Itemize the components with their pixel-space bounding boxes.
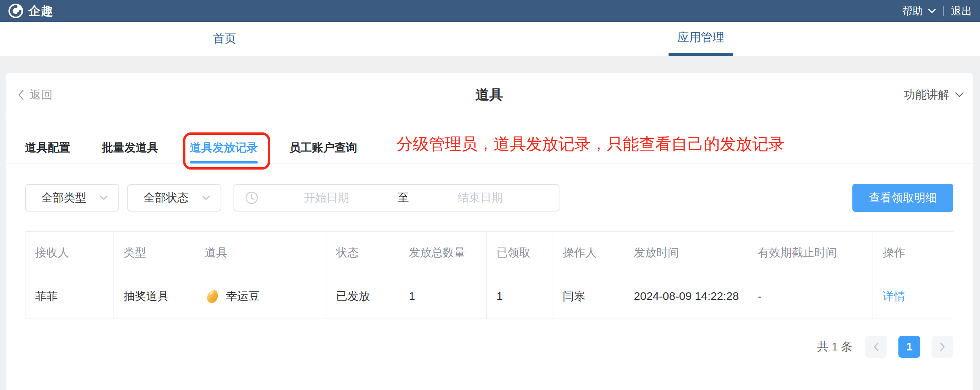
chevron-right-icon	[939, 342, 946, 352]
filter-row: 全部类型 全部状态 开始日期 至 结束日期 查看领取明细	[25, 184, 953, 212]
lucky-bean-icon	[205, 288, 220, 304]
cell-operator: 闫寒	[553, 274, 624, 319]
logout-button[interactable]: 退出	[951, 4, 972, 18]
date-range-picker[interactable]: 开始日期 至 结束日期	[233, 184, 559, 212]
back-button[interactable]: 返回	[18, 87, 53, 103]
col-receiver: 接收人	[25, 232, 114, 274]
col-expire-time: 有效期截止时间	[748, 232, 873, 274]
table-header-row: 接收人 类型 道具 状态 发放总数量 已领取 操作人 发放时间 有效期截止时间 …	[25, 232, 953, 274]
top-bar: 企趣 帮助 退出	[0, 0, 980, 22]
content-card: 返回 道具 功能讲解 道具配置 批量发道具 道具发放记录 员工账户查询 分级管理…	[6, 73, 973, 390]
tab-prop-issue-records[interactable]: 道具发放记录	[190, 141, 258, 163]
annotation-text: 分级管理员，道具发放记录，只能查看自己的发放记录	[397, 134, 784, 153]
status-select-value: 全部状态	[143, 190, 189, 205]
pagination: 共 1 条 1	[25, 336, 953, 358]
next-page-button[interactable]	[932, 336, 953, 358]
col-total-issued: 发放总数量	[399, 232, 487, 274]
tab-prop-config[interactable]: 道具配置	[25, 141, 70, 163]
detail-link[interactable]: 详情	[883, 290, 905, 302]
col-action: 操作	[873, 232, 953, 274]
nav-tab-app-management[interactable]: 应用管理	[669, 22, 733, 56]
cell-receiver: 菲菲	[25, 274, 114, 319]
view-claim-details-button[interactable]: 查看领取明细	[852, 184, 953, 212]
help-label: 帮助	[902, 4, 923, 18]
col-claimed: 已领取	[487, 232, 553, 274]
total-count-label: 共 1 条	[817, 339, 852, 354]
help-menu[interactable]: 帮助	[902, 4, 936, 18]
brand: 企趣	[8, 3, 53, 19]
chevron-down-icon	[928, 8, 936, 14]
divider	[943, 6, 944, 16]
cell-status: 已发放	[326, 274, 399, 319]
col-issue-time: 发放时间	[624, 232, 748, 274]
prop-name: 幸运豆	[226, 289, 260, 304]
chevron-left-icon	[873, 342, 879, 352]
type-select[interactable]: 全部类型	[25, 184, 119, 212]
cell-action: 详情	[873, 274, 953, 319]
cell-total-issued: 1	[399, 274, 487, 319]
table-row: 菲菲 抽奖道具	[25, 274, 953, 319]
chevron-down-icon	[202, 195, 210, 201]
brand-name: 企趣	[28, 3, 53, 19]
chevron-down-icon	[955, 92, 964, 98]
back-label: 返回	[30, 87, 53, 103]
chevron-down-icon	[100, 195, 108, 201]
start-date-placeholder: 开始日期	[259, 190, 395, 205]
primary-nav: 首页 应用管理	[0, 22, 980, 56]
tab-batch-send-props[interactable]: 批量发道具	[102, 141, 158, 163]
end-date-placeholder: 结束日期	[412, 190, 549, 205]
card-header: 返回 道具 功能讲解	[6, 73, 973, 117]
status-select[interactable]: 全部状态	[127, 184, 221, 212]
feature-guide-label: 功能讲解	[904, 87, 949, 103]
col-status: 状态	[326, 232, 399, 274]
cell-claimed: 1	[487, 274, 553, 319]
cell-type: 抽奖道具	[114, 274, 195, 319]
topbar-actions: 帮助 退出	[902, 4, 972, 18]
type-select-value: 全部类型	[41, 190, 86, 205]
records-table: 接收人 类型 道具 状态 发放总数量 已领取 操作人 发放时间 有效期截止时间 …	[25, 231, 953, 319]
prev-page-button[interactable]	[865, 336, 887, 358]
page-title: 道具	[475, 86, 503, 104]
page-1-button[interactable]: 1	[898, 336, 920, 358]
col-type: 类型	[114, 232, 195, 274]
app-logo-icon	[8, 3, 23, 19]
cell-issue-time: 2024-08-09 14:22:28	[624, 274, 748, 319]
chevron-left-icon	[18, 90, 24, 100]
cell-prop: 幸运豆	[195, 274, 326, 319]
date-separator: 至	[395, 190, 412, 205]
tab-employee-account-query[interactable]: 员工账户查询	[289, 141, 357, 163]
cell-expire-time: -	[748, 274, 873, 319]
col-operator: 操作人	[553, 232, 624, 274]
col-prop: 道具	[195, 232, 326, 274]
clock-icon	[245, 191, 259, 205]
feature-guide-toggle[interactable]: 功能讲解	[904, 87, 964, 103]
nav-tab-home[interactable]: 首页	[204, 22, 245, 56]
